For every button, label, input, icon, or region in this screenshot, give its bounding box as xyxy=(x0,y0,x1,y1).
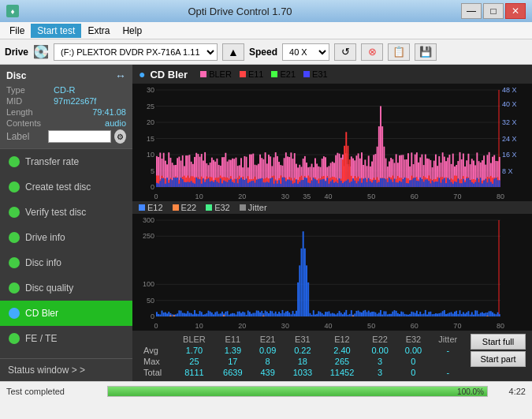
minimize-button[interactable]: — xyxy=(461,3,482,19)
legend-e12-label: E12 xyxy=(147,203,163,212)
row-max-e31: 18 xyxy=(285,356,321,367)
chart-area: ● CD Bler BLER E11 E21 E31 xyxy=(132,65,532,381)
legend-e12: E12 xyxy=(139,203,163,212)
menu-extra[interactable]: Extra xyxy=(81,24,116,38)
sidebar-item-verify-test-disc[interactable]: Verify test disc xyxy=(0,200,132,225)
disc-mid-val: 97m22s67f xyxy=(54,96,126,106)
col-jitter: Jitter xyxy=(430,334,466,345)
upper-chart-canvas xyxy=(132,84,532,201)
row-max-e22: 3 xyxy=(363,356,396,367)
legend-e32: E32 xyxy=(206,203,230,212)
row-avg-e21: 0.09 xyxy=(251,345,284,356)
table-row: Max 25 17 8 18 265 3 0 xyxy=(139,356,466,367)
sidebar-label-drive-info: Drive info xyxy=(25,232,65,243)
sidebar-label-disc-info: Disc info xyxy=(25,257,61,268)
stats-area: BLER E11 E21 E31 E12 E22 E32 Jitter Avg … xyxy=(132,331,532,381)
row-avg-e22: 0.00 xyxy=(363,345,396,356)
sidebar-label-create-test-disc: Create test disc xyxy=(25,181,91,193)
legend-e22-label: E22 xyxy=(181,203,197,212)
sidebar-item-transfer-rate[interactable]: Transfer rate xyxy=(0,149,132,174)
refresh-button[interactable]: ↺ xyxy=(334,43,356,61)
sidebar-item-create-test-disc[interactable]: Create test disc xyxy=(0,174,132,200)
sidebar-label-verify-test-disc: Verify test disc xyxy=(25,207,86,218)
disc-panel-title: Disc xyxy=(6,70,26,81)
sidebar-label-disc-quality: Disc quality xyxy=(25,282,73,294)
sidebar-item-drive-info[interactable]: Drive info xyxy=(0,225,132,250)
time-text: 4:22 xyxy=(494,387,526,396)
app-title: Opti Drive Control 1.70 xyxy=(19,6,461,17)
row-max-e11: 17 xyxy=(214,356,251,367)
sidebar-footer: Status window > > xyxy=(0,358,132,381)
lower-chart-canvas xyxy=(132,214,532,331)
disc-arrow-icon[interactable]: ↔ xyxy=(115,69,126,82)
start-full-button[interactable]: Start full xyxy=(471,334,526,350)
row-total-e21: 439 xyxy=(251,367,284,378)
table-row: Total 8111 6639 439 1033 11452 3 0 - xyxy=(139,367,466,378)
disc-type-val: CD-R xyxy=(54,85,126,95)
disc-length-key: Length xyxy=(6,107,54,117)
row-avg-bler: 1.70 xyxy=(174,345,215,356)
menu-file[interactable]: File xyxy=(3,24,31,38)
disc-contents-key: Contents xyxy=(6,118,54,128)
save-button[interactable]: 💾 xyxy=(415,43,437,61)
sidebar-item-disc-info[interactable]: Disc info xyxy=(0,250,132,275)
legend-e31: E31 xyxy=(303,69,328,79)
row-avg-e31: 0.22 xyxy=(285,345,321,356)
chart-legend-upper: BLER E11 E21 E31 xyxy=(200,69,327,79)
row-total-e12: 11452 xyxy=(321,367,363,378)
stats-buttons: Start full Start part xyxy=(466,334,526,367)
row-total-bler: 8111 xyxy=(174,367,215,378)
sidebar-menu: Transfer rate Create test disc Verify te… xyxy=(0,149,132,358)
sidebar-label-status-window: Status window > > xyxy=(8,365,85,376)
app-icon: ♦ xyxy=(6,5,19,17)
sidebar-item-fe-te[interactable]: FE / TE xyxy=(0,326,132,351)
progress-bar-fill xyxy=(108,387,487,396)
row-avg-e32: 0.00 xyxy=(396,345,430,356)
row-avg-e11: 1.39 xyxy=(214,345,251,356)
drive-select[interactable]: (F:) PLEXTOR DVDR PX-716A 1.11 xyxy=(54,43,218,61)
legend-e31-label: E31 xyxy=(312,69,328,79)
disc-label-icon[interactable]: ⚙ xyxy=(114,129,126,144)
sidebar-item-cd-bler[interactable]: CD Bler xyxy=(0,301,132,326)
row-avg-e12: 2.40 xyxy=(321,345,363,356)
sidebar-item-extra-tests[interactable]: Extra tests xyxy=(0,351,132,358)
progress-bar: 100.0% xyxy=(107,386,488,397)
disc-length-val: 79:41.08 xyxy=(54,107,126,117)
eject-button[interactable]: ▲ xyxy=(222,43,244,61)
row-max-e21: 8 xyxy=(251,356,284,367)
chart-lower xyxy=(132,214,532,331)
close-button[interactable]: ✕ xyxy=(505,3,526,19)
sidebar-item-disc-quality[interactable]: Disc quality xyxy=(0,275,132,301)
sidebar: Disc ↔ Type CD-R MID 97m22s67f Length 79… xyxy=(0,65,132,381)
legend-jitter: Jitter xyxy=(240,203,267,212)
col-e22: E22 xyxy=(363,334,396,345)
disc-type-key: Type xyxy=(6,85,54,95)
stats-table: BLER E11 E21 E31 E12 E22 E32 Jitter Avg … xyxy=(139,334,466,378)
bottom-bar: Test completed 100.0% 4:22 xyxy=(0,381,532,400)
chart-title-bar: ● CD Bler BLER E11 E21 E31 xyxy=(132,65,532,84)
copy-button[interactable]: 📋 xyxy=(388,43,410,61)
disc-contents-val: audio xyxy=(54,118,126,128)
menu-help[interactable]: Help xyxy=(116,24,148,38)
legend-e21-label: E21 xyxy=(280,69,296,79)
col-e12: E12 xyxy=(321,334,363,345)
legend-e11: E11 xyxy=(240,69,264,79)
chart-title-icon: ● xyxy=(139,68,145,80)
speed-select[interactable]: 40 X xyxy=(282,43,329,61)
start-part-button[interactable]: Start part xyxy=(471,351,526,367)
legend-bler-label: BLER xyxy=(209,69,232,79)
disc-label-input[interactable] xyxy=(48,130,111,143)
erase-button[interactable]: ⊗ xyxy=(361,43,383,61)
sidebar-label-cd-bler: CD Bler xyxy=(25,308,58,319)
menu-bar: File Start test Extra Help xyxy=(0,22,532,39)
drive-icon: 💽 xyxy=(33,44,49,59)
sidebar-item-status-window[interactable]: Status window > > xyxy=(0,359,132,381)
drive-label: Drive xyxy=(5,47,28,58)
disc-info-panel: Disc ↔ Type CD-R MID 97m22s67f Length 79… xyxy=(0,65,132,149)
col-e32: E32 xyxy=(396,334,430,345)
disc-label-key: Label xyxy=(6,131,45,142)
menu-start-test[interactable]: Start test xyxy=(31,24,81,38)
legend-jitter-label: Jitter xyxy=(248,203,267,212)
row-max-e12: 265 xyxy=(321,356,363,367)
maximize-button[interactable]: □ xyxy=(483,3,504,19)
